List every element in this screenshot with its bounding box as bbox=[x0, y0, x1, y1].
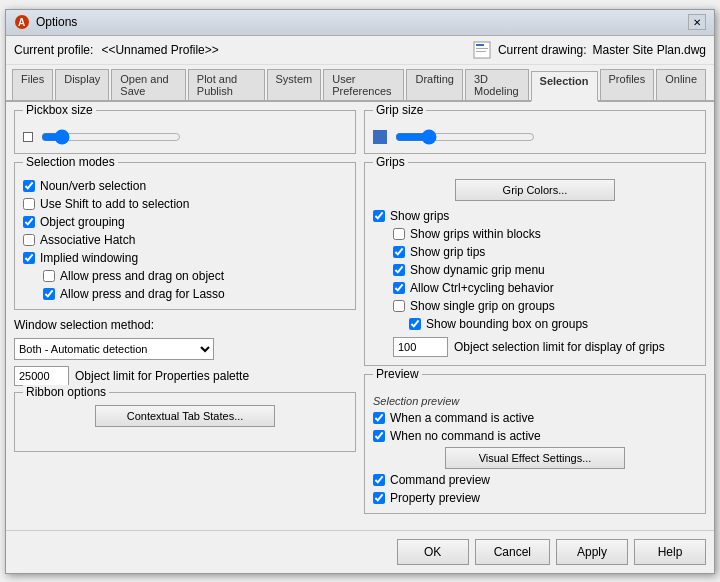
cb-show-dynamic[interactable] bbox=[393, 264, 405, 276]
window-selection-dropdown-row: Both - Automatic detection Window only C… bbox=[14, 338, 356, 360]
cb-show-bounding[interactable] bbox=[409, 318, 421, 330]
cb-show-single[interactable] bbox=[393, 300, 405, 312]
title-bar: A Options ✕ bbox=[6, 10, 714, 36]
cb-implied-windowing[interactable] bbox=[23, 252, 35, 264]
svg-rect-3 bbox=[476, 44, 484, 46]
limit-row: Object selection limit for display of gr… bbox=[393, 337, 697, 357]
visual-effect-btn[interactable]: Visual Effect Settings... bbox=[445, 447, 625, 469]
cb-property-preview-label: Property preview bbox=[390, 491, 480, 505]
cb-show-grips-row: Show grips bbox=[373, 209, 697, 223]
drawing-section: Current drawing: Master Site Plan.dwg bbox=[472, 40, 706, 60]
cb-allow-ctrl-row: Allow Ctrl+cycling behavior bbox=[393, 281, 697, 295]
cb-implied-windowing-row: Implied windowing bbox=[23, 251, 347, 265]
cb-shift-add-row: Use Shift to add to selection bbox=[23, 197, 347, 211]
grips-title: Grips bbox=[373, 155, 408, 169]
cb-property-preview-row: Property preview bbox=[373, 491, 697, 505]
left-panel: Pickbox size Selection modes Noun/verb s… bbox=[14, 110, 356, 522]
cb-show-grips-blocks[interactable] bbox=[393, 228, 405, 240]
limit-input[interactable] bbox=[393, 337, 448, 357]
window-selection-label: Window selection method: bbox=[14, 318, 154, 332]
svg-text:A: A bbox=[18, 17, 25, 28]
options-window: A Options ✕ Current profile: <<Unnamed P… bbox=[5, 9, 715, 574]
cb-noun-verb[interactable] bbox=[23, 180, 35, 192]
svg-rect-5 bbox=[476, 51, 486, 52]
drawing-icon bbox=[472, 40, 492, 60]
cb-allow-press-drag[interactable] bbox=[43, 270, 55, 282]
cb-allow-press-drag-row: Allow press and drag on object bbox=[43, 269, 347, 283]
cb-show-grip-tips-label: Show grip tips bbox=[410, 245, 485, 259]
cb-property-preview[interactable] bbox=[373, 492, 385, 504]
contextual-tab-btn[interactable]: Contextual Tab States... bbox=[95, 405, 275, 427]
cb-when-command-row: When a command is active bbox=[373, 411, 697, 425]
selection-modes-title: Selection modes bbox=[23, 155, 118, 169]
cb-noun-verb-label: Noun/verb selection bbox=[40, 179, 146, 193]
current-profile-label: Current profile: bbox=[14, 43, 93, 57]
cb-shift-add[interactable] bbox=[23, 198, 35, 210]
cb-associative-hatch-row: Associative Hatch bbox=[23, 233, 347, 247]
apply-button[interactable]: Apply bbox=[556, 539, 628, 565]
cancel-button[interactable]: Cancel bbox=[475, 539, 550, 565]
help-button[interactable]: Help bbox=[634, 539, 706, 565]
grip-colors-btn[interactable]: Grip Colors... bbox=[455, 179, 615, 201]
cb-object-grouping[interactable] bbox=[23, 216, 35, 228]
cb-object-grouping-row: Object grouping bbox=[23, 215, 347, 229]
pickbox-slider-row bbox=[23, 129, 347, 145]
main-content: Pickbox size Selection modes Noun/verb s… bbox=[6, 102, 714, 530]
grip-size-slider[interactable] bbox=[395, 129, 535, 145]
cb-show-bounding-row: Show bounding box on groups bbox=[409, 317, 697, 331]
title-buttons: ✕ bbox=[688, 14, 706, 30]
cb-allow-lasso-row: Allow press and drag for Lasso bbox=[43, 287, 347, 301]
cb-object-grouping-label: Object grouping bbox=[40, 215, 125, 229]
tab-online[interactable]: Online bbox=[656, 69, 706, 100]
cb-allow-ctrl-label: Allow Ctrl+cycling behavior bbox=[410, 281, 554, 295]
cb-noun-verb-row: Noun/verb selection bbox=[23, 179, 347, 193]
tabs-bar: Files Display Open and Save Plot and Pub… bbox=[6, 65, 714, 102]
cb-allow-lasso[interactable] bbox=[43, 288, 55, 300]
cb-allow-ctrl[interactable] bbox=[393, 282, 405, 294]
tab-display[interactable]: Display bbox=[55, 69, 109, 100]
window-selection-dropdown[interactable]: Both - Automatic detection Window only C… bbox=[14, 338, 214, 360]
cb-allow-lasso-label: Allow press and drag for Lasso bbox=[60, 287, 225, 301]
grip-preview-square bbox=[373, 130, 387, 144]
cb-command-preview-label: Command preview bbox=[390, 473, 490, 487]
profile-bar: Current profile: <<Unnamed Profile>> Cur… bbox=[6, 36, 714, 65]
cb-show-single-label: Show single grip on groups bbox=[410, 299, 555, 313]
tab-plot-publish[interactable]: Plot and Publish bbox=[188, 69, 265, 100]
cb-show-bounding-label: Show bounding box on groups bbox=[426, 317, 588, 331]
drawing-name: Master Site Plan.dwg bbox=[593, 43, 706, 57]
cb-show-grip-tips[interactable] bbox=[393, 246, 405, 258]
tab-open-save[interactable]: Open and Save bbox=[111, 69, 185, 100]
cb-associative-hatch-label: Associative Hatch bbox=[40, 233, 135, 247]
cb-allow-press-drag-label: Allow press and drag on object bbox=[60, 269, 224, 283]
tab-selection[interactable]: Selection bbox=[531, 71, 598, 102]
cb-when-command[interactable] bbox=[373, 412, 385, 424]
cb-when-command-label: When a command is active bbox=[390, 411, 534, 425]
tab-profiles[interactable]: Profiles bbox=[600, 69, 655, 100]
pickbox-title: Pickbox size bbox=[23, 103, 96, 117]
ok-button[interactable]: OK bbox=[397, 539, 469, 565]
tab-files[interactable]: Files bbox=[12, 69, 53, 100]
tab-system[interactable]: System bbox=[267, 69, 322, 100]
tab-3d-modeling[interactable]: 3D Modeling bbox=[465, 69, 529, 100]
preview-section: Preview Selection preview When a command… bbox=[364, 374, 706, 514]
object-limit-input[interactable] bbox=[14, 366, 69, 386]
cb-when-no-command[interactable] bbox=[373, 430, 385, 442]
app-icon: A bbox=[14, 14, 30, 30]
tab-drafting[interactable]: Drafting bbox=[406, 69, 463, 100]
title-bar-left: A Options bbox=[14, 14, 77, 30]
pickbox-slider[interactable] bbox=[41, 129, 181, 145]
window-selection-section: Window selection method: Both - Automati… bbox=[14, 318, 356, 386]
ribbon-options-title: Ribbon options bbox=[23, 385, 109, 399]
cb-associative-hatch[interactable] bbox=[23, 234, 35, 246]
cb-show-dynamic-label: Show dynamic grip menu bbox=[410, 263, 545, 277]
cb-command-preview[interactable] bbox=[373, 474, 385, 486]
profile-name: <<Unnamed Profile>> bbox=[101, 43, 218, 57]
selection-modes-group: Selection modes Noun/verb selection Use … bbox=[14, 162, 356, 310]
cb-show-grips[interactable] bbox=[373, 210, 385, 222]
current-drawing-label: Current drawing: bbox=[498, 43, 587, 57]
tab-user-prefs[interactable]: User Preferences bbox=[323, 69, 404, 100]
close-button[interactable]: ✕ bbox=[688, 14, 706, 30]
selection-preview-sub: Selection preview bbox=[373, 395, 697, 407]
cb-when-no-command-label: When no command is active bbox=[390, 429, 541, 443]
cb-show-dynamic-row: Show dynamic grip menu bbox=[393, 263, 697, 277]
